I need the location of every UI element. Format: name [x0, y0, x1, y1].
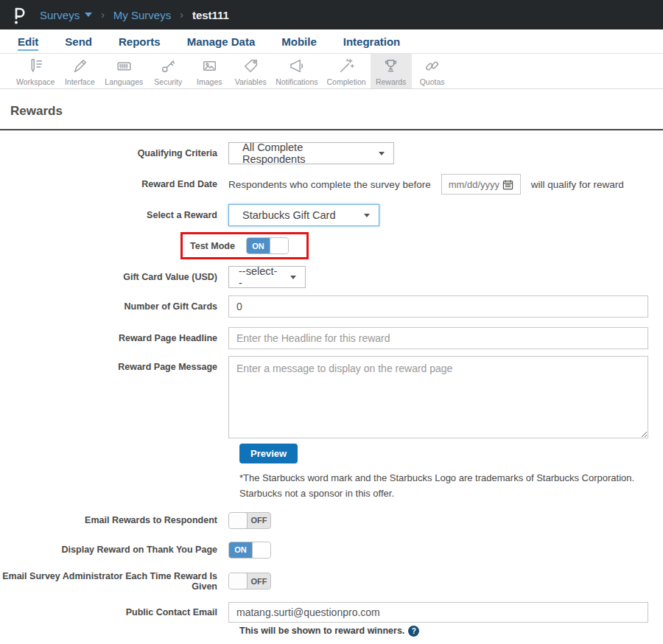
pen-icon: [71, 57, 89, 75]
calendar-icon[interactable]: [502, 179, 513, 190]
toolbar-item-languages[interactable]: Languages: [100, 54, 147, 88]
keyboard-icon: [115, 57, 133, 75]
breadcrumb-surveys[interactable]: Surveys: [40, 9, 92, 21]
qualifying-criteria-label: Qualifying Criteria: [0, 148, 228, 158]
toolbar-item-completion[interactable]: Completion: [323, 54, 371, 88]
reward-page-message-label: Reward Page Message: [0, 356, 228, 372]
help-icon[interactable]: ?: [408, 626, 419, 637]
qualifying-criteria-select[interactable]: All Complete Respondents: [228, 142, 394, 164]
trophy-icon: [382, 57, 400, 75]
public-contact-email-input[interactable]: [228, 602, 648, 623]
tab-edit[interactable]: Edit: [18, 35, 38, 48]
breadcrumb-my-surveys[interactable]: My Surveys: [113, 9, 171, 21]
number-of-gift-cards-label: Number of Gift Cards: [0, 301, 228, 312]
toolbar-item-images[interactable]: Images: [189, 54, 230, 88]
toolbar-item-notifications[interactable]: Notifications: [271, 54, 322, 88]
gift-card-value-select[interactable]: --select--: [228, 266, 306, 288]
key-icon: [159, 57, 178, 75]
toolbar-item-workspace[interactable]: Workspace: [12, 54, 59, 88]
tab-mobile[interactable]: Mobile: [281, 35, 317, 48]
public-contact-email-helper: This will be shown to reward winners. ?: [239, 626, 419, 637]
toolbar-item-quotas[interactable]: Quotas: [412, 54, 453, 88]
chevron-down-icon: [85, 13, 92, 17]
reward-page-message-textarea[interactable]: [228, 356, 648, 438]
reward-page-headline-input[interactable]: [228, 327, 648, 349]
select-reward-label: Select a Reward: [0, 210, 228, 220]
tag-icon: [242, 57, 260, 75]
email-admin-label: Email Survey Administrator Each Time Rew…: [0, 571, 228, 592]
pencil-list-icon: [27, 57, 45, 75]
reward-end-date-suffix: will qualify for reward: [531, 179, 624, 190]
tab-integration[interactable]: Integration: [343, 35, 401, 48]
gift-card-value-label: Gift Card Value (USD): [0, 272, 228, 282]
tab-reports[interactable]: Reports: [119, 35, 161, 48]
preview-button[interactable]: Preview: [239, 444, 298, 463]
email-admin-toggle[interactable]: OFF: [228, 573, 271, 589]
breadcrumb-survey-name: test111: [192, 9, 229, 21]
test-mode-label: Test Mode: [190, 241, 246, 251]
email-rewards-toggle[interactable]: OFF: [228, 512, 271, 529]
email-rewards-label: Email Rewards to Respondent: [0, 515, 228, 525]
tab-send[interactable]: Send: [65, 35, 92, 48]
reward-end-date-input[interactable]: [449, 179, 500, 190]
select-caret-icon: [379, 152, 385, 155]
reward-page-headline-label: Reward Page Headline: [0, 333, 228, 343]
chain-icon: [423, 57, 441, 75]
main-nav-tabs: Edit Send Reports Manage Data Mobile Int…: [0, 29, 663, 54]
rewards-form: Qualifying Criteria All Complete Respond…: [0, 130, 663, 644]
edit-toolbar: Workspace Interface Languages Security I…: [0, 54, 663, 89]
test-mode-toggle[interactable]: ON: [246, 237, 289, 254]
select-caret-icon: [364, 214, 370, 217]
toggle-knob: [228, 573, 248, 589]
select-reward-select[interactable]: Starbucks Gift Card: [228, 204, 379, 226]
tab-manage-data[interactable]: Manage Data: [187, 35, 256, 48]
starbucks-disclaimer: *The Starbucks word mark and the Starbuc…: [239, 470, 663, 502]
toggle-knob: [270, 237, 289, 254]
questionpro-logo-icon[interactable]: [10, 4, 29, 25]
public-contact-email-label: Public Contact Email: [0, 607, 228, 617]
reward-end-date-prefix: Respondents who complete the survey befo…: [228, 179, 431, 190]
picture-icon: [200, 57, 219, 75]
toggle-knob: [228, 512, 248, 529]
select-caret-icon: [290, 276, 296, 279]
test-mode-highlight-box: Test Mode ON: [180, 232, 309, 259]
number-of-gift-cards-input[interactable]: [228, 295, 648, 318]
toggle-knob: [252, 542, 271, 559]
toolbar-item-rewards[interactable]: Rewards: [371, 54, 412, 88]
megaphone-icon: [287, 57, 306, 75]
magic-wand-icon: [337, 57, 356, 75]
toolbar-item-variables[interactable]: Variables: [230, 54, 271, 88]
toolbar-item-interface[interactable]: Interface: [59, 54, 100, 88]
display-reward-toggle[interactable]: ON: [228, 542, 271, 559]
top-bar: Surveys › My Surveys › test111: [0, 0, 663, 29]
display-reward-label: Display Reward on Thank You Page: [0, 545, 228, 555]
toolbar-item-security[interactable]: Security: [147, 54, 189, 88]
reward-end-date-field[interactable]: [441, 174, 521, 195]
breadcrumb-separator: ›: [101, 9, 105, 21]
page-title: Rewards: [0, 89, 663, 129]
breadcrumb-separator: ›: [180, 9, 183, 21]
reward-end-date-label: Reward End Date: [0, 179, 228, 189]
